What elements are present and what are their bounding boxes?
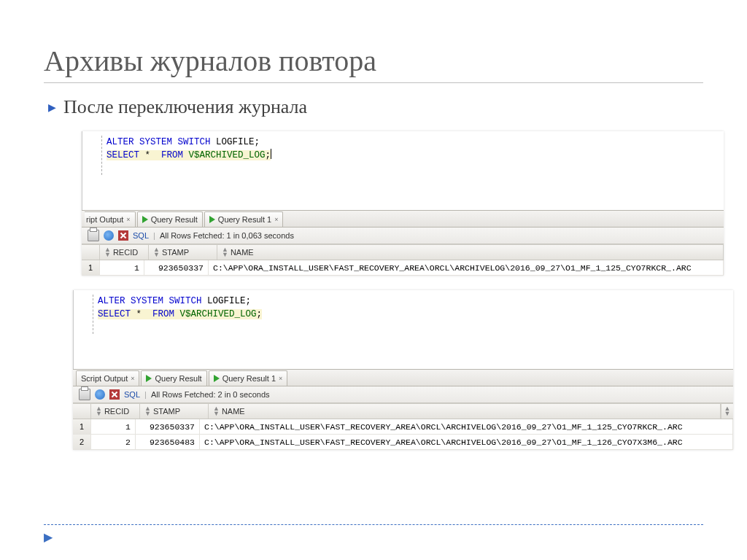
result-tabs: ript Output × Query Result Query Result … (82, 210, 724, 228)
col-name[interactable]: ▲▼ NAME (217, 245, 724, 260)
slide-title: Архивы журналов повтора (44, 44, 703, 83)
cell-stamp: 923650337 (136, 419, 200, 434)
cell-rownum: 1 (82, 260, 100, 275)
delete-icon[interactable] (109, 389, 120, 400)
bullet-text: После переключения журнала (63, 96, 307, 118)
tab-script-output[interactable]: ript Output × (85, 211, 136, 227)
grid-header: ▲▼ RECID ▲▼ STAMP ▲▼ NAME ▲▼ (73, 404, 733, 419)
fetch-status: All Rows Fetched: 2 in 0 seconds (151, 390, 270, 399)
result-grid: ▲▼ RECID ▲▼ STAMP ▲▼ NAME 1 1 923650337 … (82, 244, 724, 276)
col-recid[interactable]: ▲▼ RECID (100, 245, 149, 260)
toolbar-separator: | (153, 231, 155, 240)
col-recid[interactable]: ▲▼ RECID (91, 404, 140, 419)
tab-label: Query Result 1 (218, 215, 271, 224)
tab-script-output[interactable]: Script Output × (76, 370, 139, 386)
fetch-status: All Rows Fetched: 1 in 0,063 seconds (160, 231, 294, 240)
result-tabs: Script Output × Query Result Query Resul… (73, 369, 733, 386)
sort-icon: ▲▼ (153, 247, 160, 257)
sql-code[interactable]: ALTER SYSTEM SWITCH LOGFILE; SELECT * FR… (102, 136, 718, 175)
toolbar-separator: | (144, 390, 147, 399)
play-icon (146, 375, 152, 382)
cell-name: C:\APP\ORA_INSTALL_USER\FAST_RECOVERY_AR… (200, 435, 733, 449)
corner-marker-icon: ▶ (44, 530, 53, 544)
play-icon (209, 216, 215, 223)
cell-stamp: 923650483 (136, 435, 200, 449)
cell-name: C:\APP\ORA_INSTALL_USER\FAST_RECOVERY_AR… (209, 260, 724, 275)
col-name[interactable]: ▲▼ NAME (209, 404, 721, 419)
col-label: STAMP (153, 407, 180, 416)
cell-name: C:\APP\ORA_INSTALL_USER\FAST_RECOVERY_AR… (200, 419, 733, 434)
col-label: NAME (222, 407, 245, 416)
close-icon[interactable]: × (131, 375, 134, 382)
col-stamp[interactable]: ▲▼ STAMP (140, 404, 209, 419)
tab-label: Query Result (155, 374, 201, 383)
tab-query-result-1[interactable]: Query Result 1 × (204, 211, 284, 227)
panel-2: ALTER SYSTEM SWITCH LOGFILE; SELECT * FR… (73, 290, 733, 450)
sort-icon: ▲▼ (144, 406, 151, 416)
pin-icon[interactable] (95, 389, 105, 400)
col-stamp[interactable]: ▲▼ STAMP (149, 245, 217, 260)
tab-label: ript Output (86, 215, 123, 224)
sql-link[interactable]: SQL (124, 390, 140, 399)
cell-recid: 1 (91, 419, 136, 434)
cell-rownum: 1 (73, 419, 91, 434)
result-toolbar: SQL | All Rows Fetched: 1 in 0,063 secon… (82, 228, 724, 244)
sql-editor[interactable]: ALTER SYSTEM SWITCH LOGFILE; SELECT * FR… (73, 290, 733, 369)
grid-header: ▲▼ RECID ▲▼ STAMP ▲▼ NAME (82, 245, 724, 260)
tab-query-result[interactable]: Query Result (137, 211, 203, 227)
sort-icon: ▲▼ (96, 406, 102, 416)
play-icon (142, 216, 148, 223)
tab-query-result-1[interactable]: Query Result 1 × (209, 370, 288, 386)
pin-icon[interactable] (104, 230, 114, 241)
sql-gutter (78, 295, 93, 334)
close-icon[interactable]: × (274, 216, 278, 223)
result-grid: ▲▼ RECID ▲▼ STAMP ▲▼ NAME ▲▼ 1 1 92365 (73, 403, 733, 450)
close-icon[interactable]: × (126, 216, 130, 223)
cell-rownum: 2 (73, 435, 91, 449)
col-rownum[interactable] (82, 245, 100, 260)
sql-gutter (87, 136, 102, 175)
cell-recid: 1 (100, 260, 144, 275)
delete-icon[interactable] (118, 230, 128, 241)
print-icon[interactable] (88, 230, 99, 241)
close-icon[interactable]: × (279, 375, 282, 382)
tab-label: Script Output (81, 374, 128, 383)
table-row[interactable]: 1 1 923650337 C:\APP\ORA_INSTALL_USER\FA… (73, 419, 733, 435)
col-label: NAME (231, 248, 254, 257)
sql-code[interactable]: ALTER SYSTEM SWITCH LOGFILE; SELECT * FR… (93, 295, 727, 334)
play-icon (214, 375, 220, 382)
sort-icon: ▲▼ (724, 406, 731, 416)
print-icon[interactable] (79, 389, 90, 400)
col-rownum[interactable] (73, 404, 91, 419)
bullet-marker-icon: ▶ (48, 101, 56, 113)
footer-divider (44, 524, 703, 525)
tab-query-result[interactable]: Query Result (141, 370, 206, 386)
bullet-row: ▶ После переключения журнала (48, 96, 703, 118)
sql-link[interactable]: SQL (133, 231, 149, 240)
tab-label: Query Result 1 (222, 374, 276, 383)
col-label: STAMP (162, 248, 189, 257)
scroll-icon[interactable]: ▲▼ (721, 404, 733, 419)
sort-icon: ▲▼ (222, 247, 228, 257)
sort-icon: ▲▼ (104, 247, 111, 257)
tab-label: Query Result (151, 215, 198, 224)
cell-stamp: 923650337 (144, 260, 209, 275)
table-row[interactable]: 1 1 923650337 C:\APP\ORA_INSTALL_USER\FA… (82, 260, 724, 276)
sql-editor[interactable]: ALTER SYSTEM SWITCH LOGFILE; SELECT * FR… (82, 131, 724, 210)
result-toolbar: SQL | All Rows Fetched: 2 in 0 seconds (73, 386, 733, 403)
col-label: RECID (104, 407, 129, 416)
cell-recid: 2 (91, 435, 136, 449)
table-row[interactable]: 2 2 923650483 C:\APP\ORA_INSTALL_USER\FA… (73, 435, 733, 450)
sort-icon: ▲▼ (213, 406, 220, 416)
panel-1: ALTER SYSTEM SWITCH LOGFILE; SELECT * FR… (82, 131, 724, 276)
col-label: RECID (113, 248, 138, 257)
